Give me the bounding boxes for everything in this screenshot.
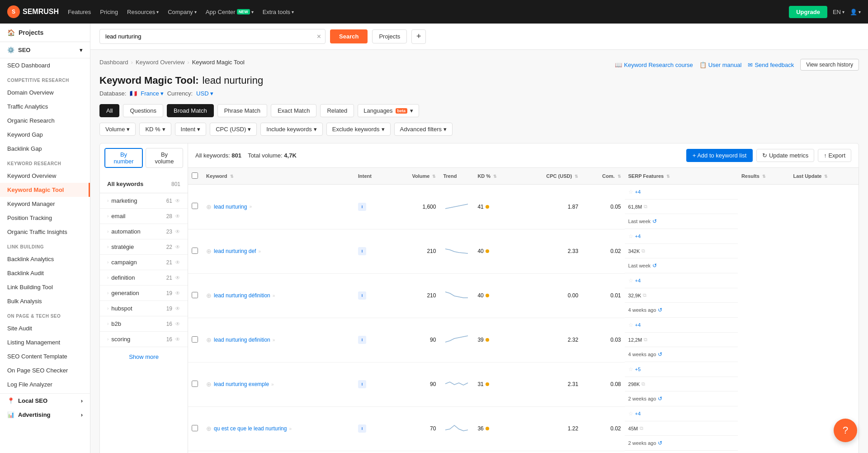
help-button[interactable]: ? xyxy=(834,419,857,442)
star-icon[interactable]: ☆ xyxy=(628,410,633,417)
eye-icon[interactable]: 👁 xyxy=(175,213,180,219)
results-sort-icon[interactable]: ⇅ xyxy=(762,174,766,179)
keyword-group-item[interactable]: › generation 19 👁 xyxy=(100,286,188,301)
keyword-group-item[interactable]: › campaign 21 👁 xyxy=(100,255,188,270)
sidebar-item-backlink-gap[interactable]: Backlink Gap xyxy=(0,142,90,156)
upgrade-button[interactable]: Upgrade xyxy=(789,6,827,18)
keyword-group-item[interactable]: › hubspot 19 👁 xyxy=(100,301,188,316)
user-menu[interactable]: 👤 ▾ xyxy=(850,9,861,15)
nav-pricing[interactable]: Pricing xyxy=(100,9,118,15)
copy-icon[interactable]: ⧉ xyxy=(644,337,647,343)
nav-appcenter[interactable]: App Center NEW ▾ xyxy=(206,9,254,15)
eye-icon[interactable]: 👁 xyxy=(175,336,180,343)
show-more-button[interactable]: Show more xyxy=(100,347,188,367)
country-link[interactable]: France ▾ xyxy=(141,90,163,97)
tab-phrase-match[interactable]: Phrase Match xyxy=(217,104,267,117)
row-checkbox[interactable] xyxy=(192,381,198,387)
eye-icon[interactable]: 👁 xyxy=(175,229,180,235)
com-sort-icon[interactable]: ⇅ xyxy=(618,174,621,179)
nav-resources[interactable]: Resources ▾ xyxy=(127,9,159,15)
filter-kd[interactable]: KD % ▾ xyxy=(139,123,171,136)
filter-cpc[interactable]: CPC (USD) ▾ xyxy=(210,123,257,136)
copy-icon[interactable]: ⧉ xyxy=(642,248,645,254)
keyword-arrow-icon[interactable]: » xyxy=(249,204,252,209)
search-clear-icon[interactable]: × xyxy=(317,33,321,41)
keyword-sort-icon[interactable]: ⇅ xyxy=(230,174,234,179)
sidebar-item-backlink-audit[interactable]: Backlink Audit xyxy=(0,266,90,280)
eye-icon[interactable]: 👁 xyxy=(175,198,180,204)
row-checkbox[interactable] xyxy=(192,248,198,254)
add-keyword-icon[interactable]: ⊕ xyxy=(206,292,212,299)
kd-sort-icon[interactable]: ⇅ xyxy=(493,174,497,179)
eye-icon[interactable]: 👁 xyxy=(175,321,180,327)
keyword-group-item[interactable]: › definition 21 👁 xyxy=(100,270,188,286)
refresh-icon[interactable]: ↺ xyxy=(658,307,662,313)
star-icon[interactable]: ☆ xyxy=(628,322,633,328)
keyword-group-item[interactable]: › marketing 61 👁 xyxy=(100,193,188,209)
sidebar-item-local-seo[interactable]: 📍Local SEO › xyxy=(0,393,90,408)
filter-include-kw[interactable]: Include keywords ▾ xyxy=(260,123,322,136)
cpc-sort-icon[interactable]: ⇅ xyxy=(575,174,578,179)
keyword-link[interactable]: qu est ce que le lead nurturing xyxy=(214,425,287,432)
nav-company[interactable]: Company ▾ xyxy=(168,9,197,15)
keyword-group-item[interactable]: › automation 23 👁 xyxy=(100,224,188,239)
filter-intent[interactable]: Intent ▾ xyxy=(175,123,207,136)
course-link[interactable]: 📖 Keyword Research course xyxy=(615,62,693,68)
row-checkbox[interactable] xyxy=(192,203,198,209)
add-keyword-icon[interactable]: ⊕ xyxy=(206,425,212,432)
refresh-icon[interactable]: ↺ xyxy=(652,218,657,224)
filter-advanced[interactable]: Advanced filters ▾ xyxy=(394,123,453,136)
refresh-icon[interactable]: ↺ xyxy=(652,262,657,269)
add-to-keyword-list-button[interactable]: + Add to keyword list xyxy=(686,149,753,162)
keyword-group-item[interactable]: › scoring 16 👁 xyxy=(100,332,188,347)
eye-icon[interactable]: 👁 xyxy=(175,290,180,296)
copy-icon[interactable]: ⧉ xyxy=(640,425,643,431)
nav-extratools[interactable]: Extra tools ▾ xyxy=(263,9,294,15)
serp-sort-icon[interactable]: ⇅ xyxy=(666,174,670,179)
tab-broad-match[interactable]: Broad Match xyxy=(167,104,214,117)
row-checkbox[interactable] xyxy=(192,292,198,298)
tab-related[interactable]: Related xyxy=(320,104,354,117)
tab-questions[interactable]: Questions xyxy=(123,104,163,117)
refresh-icon[interactable]: ↺ xyxy=(658,440,662,446)
tab-all[interactable]: All xyxy=(99,104,119,117)
keyword-arrow-icon[interactable]: » xyxy=(289,426,292,431)
volume-sort-icon[interactable]: ⇅ xyxy=(432,174,436,179)
star-icon[interactable]: ☆ xyxy=(628,233,633,239)
sidebar-item-seo-content-template[interactable]: SEO Content Template xyxy=(0,349,90,363)
sidebar-item-seo-dashboard[interactable]: SEO Dashboard xyxy=(0,58,90,72)
eye-icon[interactable]: 👁 xyxy=(175,305,180,312)
sidebar-item-traffic-analytics[interactable]: Traffic Analytics xyxy=(0,100,90,114)
keyword-link[interactable]: lead nurturing définition xyxy=(214,292,270,299)
add-project-button[interactable]: + xyxy=(411,29,426,44)
feedback-link[interactable]: ✉ Send feedback xyxy=(748,62,794,68)
languages-button[interactable]: Languages beta ▾ xyxy=(358,104,419,117)
export-button[interactable]: ↑ Export xyxy=(818,149,851,162)
sidebar-item-keyword-gap[interactable]: Keyword Gap xyxy=(0,128,90,142)
keyword-arrow-icon[interactable]: » xyxy=(258,249,261,254)
sidebar-item-site-audit[interactable]: Site Audit xyxy=(0,321,90,335)
seo-section-header[interactable]: ⚙️ SEO ▾ xyxy=(0,42,90,58)
star-icon[interactable]: ☆ xyxy=(628,366,633,372)
copy-icon[interactable]: ⧉ xyxy=(643,292,646,298)
sidebar-item-position-tracking[interactable]: Position Tracking xyxy=(0,211,90,225)
sidebar-item-bulk-analysis[interactable]: Bulk Analysis xyxy=(0,294,90,308)
breadcrumb-dashboard[interactable]: Dashboard xyxy=(99,59,128,66)
keyword-group-item[interactable]: › email 28 👁 xyxy=(100,209,188,224)
nav-features[interactable]: Features xyxy=(68,9,91,15)
eye-icon[interactable]: 👁 xyxy=(175,244,180,250)
copy-icon[interactable]: ⧉ xyxy=(642,381,645,387)
add-keyword-icon[interactable]: ⊕ xyxy=(206,248,212,255)
select-all-checkbox[interactable] xyxy=(192,172,198,179)
breadcrumb-keyword-overview[interactable]: Keyword Overview xyxy=(136,59,184,66)
language-selector[interactable]: EN ▾ xyxy=(833,9,844,15)
sidebar-item-link-building[interactable]: Link Building Tool xyxy=(0,280,90,294)
keyword-link[interactable]: lead nurturing definition xyxy=(214,337,270,343)
add-keyword-icon[interactable]: ⊕ xyxy=(206,336,212,343)
projects-button[interactable]: Projects xyxy=(372,29,407,43)
sidebar-item-organic-traffic[interactable]: Organic Traffic Insights xyxy=(0,225,90,239)
keyword-arrow-icon[interactable]: » xyxy=(271,382,274,387)
sidebar-item-keyword-magic-tool[interactable]: Keyword Magic Tool xyxy=(0,183,90,197)
sidebar-item-backlink-analytics[interactable]: Backlink Analytics xyxy=(0,252,90,266)
sidebar-item-log-file[interactable]: Log File Analyzer xyxy=(0,377,90,391)
